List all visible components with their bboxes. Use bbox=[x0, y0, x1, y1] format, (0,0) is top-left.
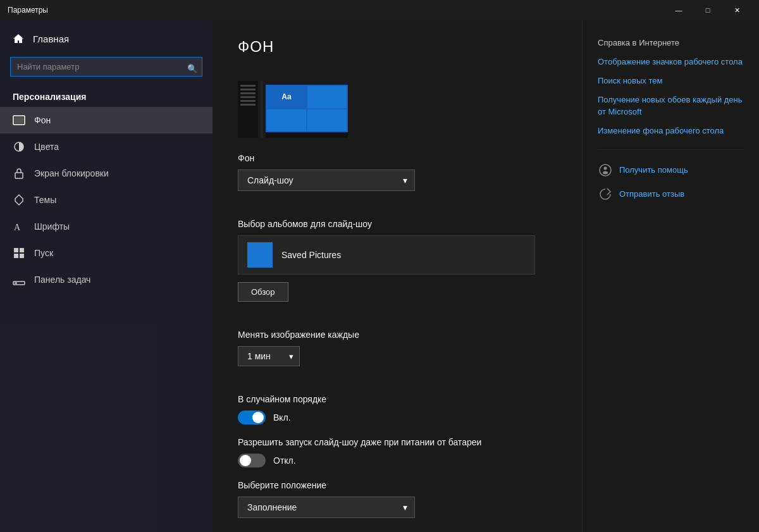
position-dropdown[interactable]: Заполнение По размеру Растянуть Плитка П… bbox=[238, 497, 415, 518]
album-section-label: Выбор альбомов для слайд-шоу bbox=[238, 219, 557, 229]
fon-icon bbox=[13, 114, 25, 127]
sidebar-section-title: Персонализация bbox=[0, 84, 213, 107]
album-name: Saved Pictures bbox=[281, 250, 341, 260]
battery-section: Разрешить запуск слайд-шоу даже при пита… bbox=[238, 437, 557, 467]
title-bar: Параметры — □ ✕ bbox=[0, 0, 759, 20]
preview-desktop-area: Aa bbox=[266, 81, 348, 138]
app-title: Параметры bbox=[8, 6, 48, 15]
album-section: Выбор альбомов для слайд-шоу Saved Pictu… bbox=[238, 219, 557, 317]
sidebar: Главная 🔍 Персонализация Фон bbox=[0, 20, 213, 532]
preview-taskbar bbox=[266, 132, 348, 138]
sidebar-item-fon[interactable]: Фон bbox=[0, 107, 213, 133]
svg-rect-3 bbox=[15, 173, 23, 178]
close-button[interactable]: ✕ bbox=[722, 0, 751, 20]
help-action-1[interactable]: Отправить отзыв bbox=[598, 187, 744, 202]
position-label: Выберите положение bbox=[238, 480, 557, 490]
svg-point-13 bbox=[603, 171, 608, 174]
battery-toggle-row: Откл. bbox=[238, 454, 557, 467]
search-input[interactable] bbox=[10, 57, 202, 77]
start-icon bbox=[13, 247, 25, 259]
help-action-text-1: Отправить отзыв bbox=[619, 189, 684, 199]
search-container: 🔍 bbox=[0, 52, 213, 84]
shuffle-toggle-knob bbox=[252, 412, 264, 423]
sidebar-item-label-start: Пуск bbox=[34, 248, 53, 258]
shuffle-toggle-row: Вкл. bbox=[238, 411, 557, 424]
home-label: Главная bbox=[33, 34, 69, 44]
help-link-1[interactable]: Поиск новых тем bbox=[598, 75, 744, 87]
main-container: Главная 🔍 Персонализация Фон bbox=[0, 20, 759, 532]
battery-label: Разрешить запуск слайд-шоу даже при пита… bbox=[238, 437, 557, 447]
help-action-icon-0 bbox=[598, 163, 613, 178]
sidebar-item-cveta[interactable]: Цвета bbox=[0, 133, 213, 160]
position-section: Выберите положение Заполнение По размеру… bbox=[238, 480, 557, 532]
sidebar-item-label-taskbar: Панель задач bbox=[34, 275, 90, 285]
album-thumbnail bbox=[247, 242, 273, 268]
sidebar-item-label-cveta: Цвета bbox=[34, 142, 59, 152]
interval-dropdown-wrapper: 1 мин 10 мин 30 мин 1 час 6 часов 1 день bbox=[238, 346, 300, 366]
browse-button[interactable]: Обзор bbox=[238, 282, 288, 302]
sidebar-item-fonts[interactable]: A Шрифты bbox=[0, 213, 213, 240]
preview-desktop-tiles: Aa bbox=[266, 85, 348, 132]
sidebar-item-themes[interactable]: Темы bbox=[0, 187, 213, 213]
sidebar-item-label-lock: Экран блокировки bbox=[34, 168, 109, 178]
svg-rect-10 bbox=[15, 283, 17, 284]
help-link-3[interactable]: Изменение фона рабочего стола bbox=[598, 125, 744, 137]
svg-rect-5 bbox=[14, 248, 18, 252]
themes-icon bbox=[13, 194, 25, 206]
sidebar-item-lock[interactable]: Экран блокировки bbox=[0, 160, 213, 187]
background-section: Фон Слайд-шоу Картинка Сплошной цвет bbox=[238, 153, 557, 206]
interval-section: Менять изображение каждые 1 мин 10 мин 3… bbox=[238, 330, 557, 381]
svg-text:A: A bbox=[14, 223, 21, 232]
battery-toggle[interactable] bbox=[238, 454, 266, 467]
sidebar-home-button[interactable]: Главная bbox=[0, 25, 213, 52]
svg-rect-7 bbox=[14, 254, 18, 258]
svg-rect-1 bbox=[15, 117, 23, 123]
help-action-0[interactable]: Получить помощь bbox=[598, 163, 744, 178]
help-link-2[interactable]: Получение новых обоев каждый день от Mic… bbox=[598, 94, 744, 117]
sidebar-item-taskbar[interactable]: Панель задач bbox=[0, 266, 213, 293]
album-list: Saved Pictures bbox=[238, 235, 535, 275]
title-bar-controls: — □ ✕ bbox=[664, 0, 751, 20]
home-icon bbox=[13, 33, 24, 44]
fonts-icon: A bbox=[13, 220, 25, 233]
content-area: ФОН Aa bbox=[213, 20, 759, 532]
cveta-icon bbox=[13, 140, 25, 153]
taskbar-icon bbox=[13, 273, 25, 286]
svg-point-12 bbox=[604, 166, 607, 170]
help-action-icon-1 bbox=[598, 187, 613, 202]
minimize-button[interactable]: — bbox=[664, 0, 693, 20]
help-divider bbox=[598, 149, 744, 150]
help-link-0[interactable]: Отображение значков рабочего стола bbox=[598, 56, 744, 68]
sidebar-item-start[interactable]: Пуск bbox=[0, 240, 213, 266]
preview-tile-aa: Aa bbox=[267, 86, 306, 108]
battery-state-label: Откл. bbox=[273, 455, 296, 466]
preview-separator bbox=[261, 81, 263, 138]
shuffle-state-label: Вкл. bbox=[273, 412, 291, 423]
interval-select[interactable]: 1 мин 10 мин 30 мин 1 час 6 часов 1 день bbox=[238, 346, 300, 366]
search-icon: 🔍 bbox=[187, 63, 197, 73]
battery-toggle-knob bbox=[240, 455, 251, 466]
preview-container: Aa bbox=[238, 68, 557, 138]
right-panel: Справка в Интернете Отображение значков … bbox=[582, 20, 759, 532]
preview-tile-2 bbox=[267, 109, 306, 132]
title-bar-left: Параметры bbox=[8, 6, 48, 15]
shuffle-label: В случайном порядке bbox=[238, 394, 557, 404]
background-label: Фон bbox=[238, 153, 557, 163]
preview-sidebar-mock bbox=[238, 81, 258, 138]
preview-tile-3 bbox=[307, 109, 347, 132]
svg-rect-8 bbox=[20, 254, 24, 258]
lock-icon bbox=[13, 167, 25, 180]
preview-tile-1 bbox=[307, 86, 347, 108]
position-dropdown-wrapper: Заполнение По размеру Растянуть Плитка П… bbox=[238, 497, 415, 518]
background-dropdown[interactable]: Слайд-шоу Картинка Сплошной цвет bbox=[238, 170, 415, 191]
interval-label: Менять изображение каждые bbox=[238, 330, 557, 340]
svg-rect-6 bbox=[20, 248, 24, 252]
background-dropdown-wrapper: Слайд-шоу Картинка Сплошной цвет bbox=[238, 170, 415, 191]
sidebar-item-label-fonts: Шрифты bbox=[34, 221, 70, 232]
sidebar-item-label-fon: Фон bbox=[34, 115, 51, 125]
help-action-text-0: Получить помощь bbox=[619, 165, 688, 175]
maximize-button[interactable]: □ bbox=[693, 0, 722, 20]
album-item[interactable]: Saved Pictures bbox=[238, 236, 534, 274]
shuffle-toggle[interactable] bbox=[238, 411, 266, 424]
content-main: ФОН Aa bbox=[213, 20, 582, 532]
